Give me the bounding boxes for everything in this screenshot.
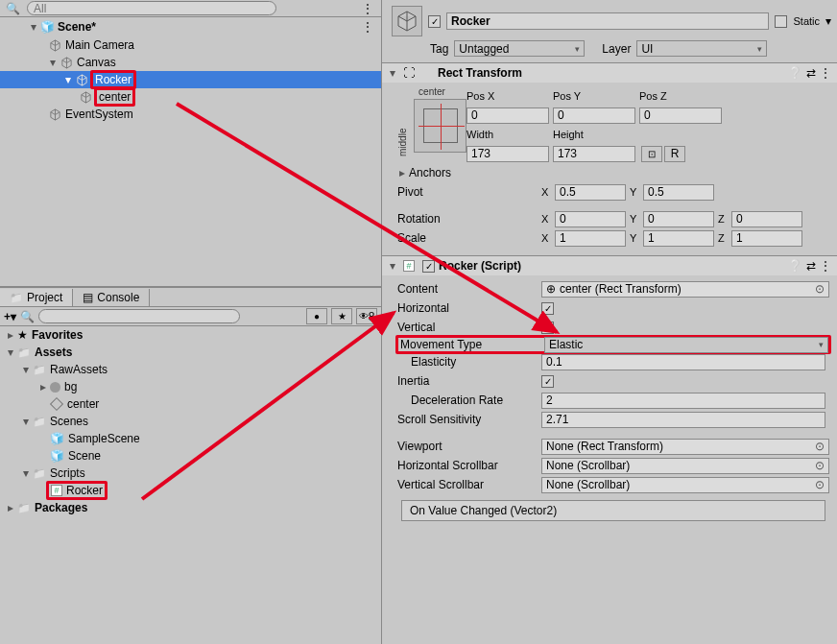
- scene-row[interactable]: ▾ 🧊 Scene* ⋮: [0, 17, 381, 36]
- posz-input[interactable]: 0: [639, 107, 722, 124]
- kebab-icon[interactable]: ⋮: [362, 2, 381, 15]
- hierarchy-rocker[interactable]: ▾ Rocker: [0, 71, 381, 88]
- kebab-icon[interactable]: ⋮: [362, 20, 381, 34]
- chevron-down-icon[interactable]: ▾: [388, 261, 397, 271]
- rect-transform-header[interactable]: ▾ ⛶ Rect Transform ❔ ⇄ ⋮: [382, 63, 837, 83]
- elasticity-input[interactable]: 0.1: [541, 354, 825, 370]
- scale-label: Scale: [397, 231, 541, 245]
- anchor-presets-button[interactable]: [414, 99, 466, 153]
- static-checkbox[interactable]: [775, 15, 787, 28]
- hierarchy-center[interactable]: center: [0, 88, 381, 106]
- favorite-icon[interactable]: ★: [331, 308, 352, 324]
- scale-y-input[interactable]: 1: [643, 230, 714, 247]
- packages-row[interactable]: ▸ Packages: [0, 499, 381, 516]
- vertical-checkbox[interactable]: [541, 322, 554, 334]
- texture-icon: [50, 382, 60, 393]
- rawassets-row[interactable]: ▾ RawAssets: [0, 361, 381, 378]
- preset-icon[interactable]: ⇄: [806, 259, 816, 273]
- rotation-label: Rotation: [397, 212, 541, 226]
- folder-icon: [17, 501, 31, 514]
- add-icon[interactable]: +▾: [4, 310, 16, 323]
- chevron-down-icon[interactable]: ▾: [6, 347, 15, 357]
- assets-row[interactable]: ▾ Assets: [0, 344, 381, 361]
- favorites-row[interactable]: ▸ ★ Favorites: [0, 326, 381, 344]
- help-icon[interactable]: ❔: [788, 66, 802, 80]
- raw-edit-button[interactable]: R: [664, 146, 685, 162]
- on-value-changed-event[interactable]: On Value Changed (Vector2): [401, 500, 825, 521]
- posx-input[interactable]: 0: [466, 107, 549, 124]
- scene-asset-icon: 🧊: [50, 432, 64, 445]
- horizontal-label: Horizontal: [397, 301, 541, 315]
- pivot-x-input[interactable]: 0.5: [555, 184, 626, 201]
- tab-project[interactable]: Project: [0, 289, 73, 306]
- filter-circle-icon[interactable]: ●: [306, 308, 327, 324]
- inertia-checkbox[interactable]: [541, 375, 554, 388]
- scale-z-input[interactable]: 1: [731, 230, 802, 247]
- rocker-script-header[interactable]: ▾ # Rocker (Script) ❔ ⇄ ⋮: [382, 256, 837, 275]
- hierarchy-main-camera[interactable]: Main Camera: [0, 36, 381, 54]
- chevron-right-icon[interactable]: ▸: [397, 168, 407, 178]
- bg-row[interactable]: ▸ bg: [0, 378, 381, 395]
- center-asset-row[interactable]: center: [0, 395, 381, 413]
- height-input[interactable]: 173: [553, 146, 635, 162]
- inspector-panel: Rocker Static ▾ Tag Untagged Layer UI ▾ …: [382, 0, 837, 644]
- chevron-down-icon[interactable]: ▾: [388, 68, 397, 78]
- rot-x-input[interactable]: 0: [555, 211, 626, 227]
- width-input[interactable]: 173: [466, 146, 549, 162]
- help-icon[interactable]: ❔: [788, 259, 802, 273]
- movement-type-dropdown[interactable]: Elastic: [544, 337, 828, 353]
- movement-type-label: Movement Type: [400, 338, 544, 351]
- static-dropdown-icon[interactable]: ▾: [825, 14, 831, 28]
- tag-dropdown[interactable]: Untagged: [454, 40, 585, 57]
- chevron-right-icon[interactable]: ▸: [6, 503, 15, 513]
- gameobject-icon: [60, 56, 73, 69]
- blueprint-mode-button[interactable]: ⊡: [641, 146, 662, 162]
- chevron-down-icon[interactable]: ▾: [63, 75, 73, 84]
- tab-console[interactable]: ▤Console: [73, 289, 150, 306]
- horizontal-checkbox[interactable]: [541, 302, 554, 315]
- elasticity-label: Elasticity: [397, 355, 541, 369]
- content-object-field[interactable]: ⊕ center (Rect Transform): [541, 281, 829, 298]
- viewport-object-field[interactable]: None (Rect Transform): [541, 439, 829, 455]
- kebab-icon[interactable]: ⋮: [820, 66, 831, 80]
- scripts-row[interactable]: ▾ Scripts: [0, 465, 381, 482]
- scene-file-row[interactable]: 🧊 Scene: [0, 447, 381, 465]
- scroll-sensitivity-input[interactable]: 2.71: [541, 412, 825, 428]
- gameobject-cube-icon[interactable]: [392, 6, 422, 36]
- chevron-down-icon[interactable]: ▾: [29, 22, 38, 32]
- visibility-icon[interactable]: 👁8: [356, 308, 377, 324]
- preset-icon[interactable]: ⇄: [806, 66, 816, 80]
- hierarchy-canvas[interactable]: ▾ Canvas: [0, 54, 381, 71]
- chevron-down-icon[interactable]: ▾: [21, 365, 31, 374]
- tag-label: Tag: [430, 42, 448, 56]
- scenes-row[interactable]: ▾ Scenes: [0, 413, 381, 430]
- kebab-icon[interactable]: ⋮: [820, 259, 831, 273]
- folder-icon: [33, 363, 46, 376]
- project-search-input[interactable]: [38, 309, 240, 323]
- rocker-script-row[interactable]: # Rocker: [0, 482, 381, 499]
- posy-input[interactable]: 0: [553, 107, 635, 124]
- active-checkbox[interactable]: [428, 15, 441, 28]
- hierarchy-eventsystem[interactable]: EventSystem: [0, 106, 381, 123]
- console-icon: ▤: [83, 291, 93, 304]
- script-enabled-checkbox[interactable]: [422, 260, 435, 273]
- chevron-right-icon[interactable]: ▸: [38, 382, 48, 392]
- chevron-down-icon[interactable]: ▾: [21, 468, 31, 478]
- scale-x-input[interactable]: 1: [555, 230, 626, 247]
- deceleration-input[interactable]: 2: [541, 393, 825, 409]
- hierarchy-search-input[interactable]: [27, 1, 276, 15]
- vertical-label: Vertical: [397, 321, 541, 334]
- rot-y-input[interactable]: 0: [643, 211, 714, 227]
- chevron-right-icon[interactable]: ▸: [6, 330, 15, 340]
- gameobject-name-input[interactable]: Rocker: [446, 12, 769, 30]
- chevron-down-icon[interactable]: ▾: [48, 58, 58, 67]
- sample-scene-row[interactable]: 🧊 SampleScene: [0, 430, 381, 447]
- layer-dropdown[interactable]: UI: [636, 40, 767, 57]
- v-scrollbar-object-field[interactable]: None (Scrollbar): [541, 477, 829, 493]
- pivot-y-input[interactable]: 0.5: [643, 184, 714, 201]
- viewport-label: Viewport: [397, 440, 541, 453]
- chevron-down-icon[interactable]: ▾: [21, 417, 31, 426]
- rot-z-input[interactable]: 0: [731, 211, 802, 227]
- h-scrollbar-label: Horizontal Scrollbar: [397, 459, 541, 472]
- h-scrollbar-object-field[interactable]: None (Scrollbar): [541, 458, 829, 474]
